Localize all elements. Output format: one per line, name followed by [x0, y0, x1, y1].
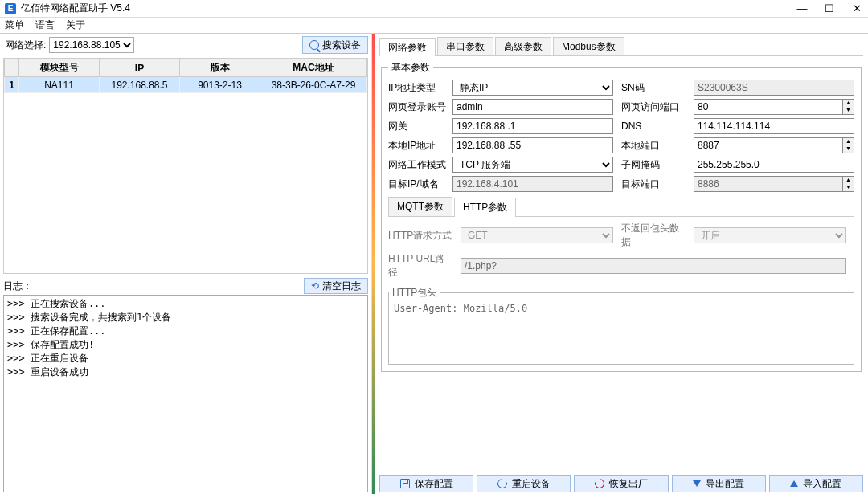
label-web-port: 网页访问端口: [621, 100, 686, 114]
col-rowhead: [5, 59, 19, 77]
mode-select[interactable]: TCP 服务端: [452, 157, 613, 173]
sn-field: [694, 80, 854, 96]
clear-log-button[interactable]: ⟲ 清空日志: [304, 278, 368, 294]
netmask-field[interactable]: [694, 157, 854, 173]
web-port-field[interactable]: [694, 99, 843, 115]
label-http-method: HTTP请求方式: [388, 229, 452, 243]
restart-device-label: 重启设备: [512, 477, 551, 491]
cell-mac: 38-3B-26-0C-A7-29: [260, 77, 367, 93]
save-config-button[interactable]: 保存配置: [379, 475, 473, 492]
label-target-port: 目标端口: [621, 178, 686, 191]
label-local-ip: 本地IP地址: [388, 139, 444, 153]
log-title: 日志：: [3, 280, 304, 293]
clear-log-label: 清空日志: [322, 280, 361, 293]
broom-icon: ⟲: [311, 280, 319, 292]
gateway-field[interactable]: [452, 118, 613, 134]
label-http-url: HTTP URL路径: [388, 252, 452, 280]
http-method-select: GET: [461, 227, 613, 243]
app-icon: E: [5, 3, 16, 14]
import-config-label: 导入配置: [803, 477, 841, 491]
label-target: 目标IP/域名: [388, 178, 444, 191]
row-index: 1: [5, 77, 19, 93]
local-port-spin[interactable]: ▲▼: [843, 137, 854, 153]
subtab-http[interactable]: HTTP参数: [454, 198, 516, 217]
target-field: [452, 176, 613, 192]
save-config-label: 保存配置: [415, 477, 453, 491]
module-table[interactable]: 模块型号 IP 版本 MAC地址 1 NA111 192.168.88.5 90…: [3, 58, 368, 274]
label-sn: SN码: [621, 81, 686, 95]
export-icon: [693, 480, 701, 487]
import-config-button[interactable]: 导入配置: [769, 475, 863, 492]
target-port-spin: ▲▼: [843, 176, 854, 192]
search-device-label: 搜索设备: [322, 39, 361, 52]
no-return-hdr-select: 开启: [694, 227, 846, 243]
factory-reset-label: 恢复出厂: [609, 477, 648, 491]
tab-modbus[interactable]: Modbus参数: [553, 37, 624, 55]
local-port-field[interactable]: [694, 137, 843, 153]
label-no-return-hdr: 不返回包头数据: [621, 222, 686, 249]
http-url-field: [461, 258, 846, 274]
tab-advanced[interactable]: 高级参数: [495, 37, 551, 55]
window-title: 亿佰特网络配置助手 V5.4: [21, 2, 796, 15]
col-model: 模块型号: [19, 59, 100, 77]
col-ip: IP: [100, 59, 180, 77]
export-config-button[interactable]: 导出配置: [672, 475, 766, 492]
label-dns: DNS: [621, 120, 686, 132]
menu-item-language[interactable]: 语言: [35, 18, 55, 32]
factory-reset-button[interactable]: 恢复出厂: [574, 475, 668, 492]
cell-ip: 192.168.88.5: [100, 77, 180, 93]
local-ip-field[interactable]: [452, 137, 613, 153]
basic-legend: 基本参数: [388, 61, 433, 75]
table-row[interactable]: 1 NA111 192.168.88.5 9013-2-13 38-3B-26-…: [5, 77, 367, 93]
subtab-mqtt[interactable]: MQTT参数: [388, 197, 452, 216]
close-icon[interactable]: ✕: [850, 2, 863, 14]
import-icon: [790, 480, 798, 487]
col-version: 版本: [180, 59, 260, 77]
search-icon: [309, 40, 319, 50]
factory-icon: [593, 477, 606, 490]
label-web-user: 网页登录账号: [388, 100, 444, 114]
http-header-legend: HTTP包头: [389, 286, 440, 300]
target-port-field: [694, 176, 843, 192]
label-mode: 网络工作模式: [388, 158, 444, 172]
log-output[interactable]: >>> 正在搜索设备... >>> 搜索设备完成，共搜索到1个设备 >>> 正在…: [3, 295, 368, 492]
restart-icon: [496, 477, 509, 490]
save-icon: [400, 479, 410, 488]
http-header-body: User-Agent: Mozilla/5.0: [389, 300, 854, 364]
ip-type-select[interactable]: 静态IP: [452, 80, 613, 96]
cell-model: NA111: [19, 77, 100, 93]
maximize-icon[interactable]: ☐: [823, 2, 836, 14]
network-select[interactable]: 192.168.88.105: [49, 37, 134, 53]
label-local-port: 本地端口: [621, 139, 686, 153]
menu-item-about[interactable]: 关于: [66, 18, 85, 32]
web-user-field[interactable]: [452, 99, 613, 115]
restart-device-button[interactable]: 重启设备: [477, 475, 571, 492]
minimize-icon[interactable]: —: [796, 2, 809, 14]
network-label: 网络选择:: [5, 39, 46, 52]
web-port-spin[interactable]: ▲▼: [843, 99, 854, 115]
export-config-label: 导出配置: [706, 477, 744, 491]
search-device-button[interactable]: 搜索设备: [302, 36, 368, 54]
col-mac: MAC地址: [260, 59, 367, 77]
menu-item-main[interactable]: 菜单: [5, 18, 24, 32]
label-netmask: 子网掩码: [621, 158, 686, 172]
label-gateway: 网关: [388, 120, 444, 133]
cell-version: 9013-2-13: [180, 77, 260, 93]
tab-serial[interactable]: 串口参数: [437, 37, 493, 55]
dns-field[interactable]: [694, 118, 854, 134]
label-ip-type: IP地址类型: [388, 81, 444, 95]
tab-network[interactable]: 网络参数: [379, 38, 436, 56]
